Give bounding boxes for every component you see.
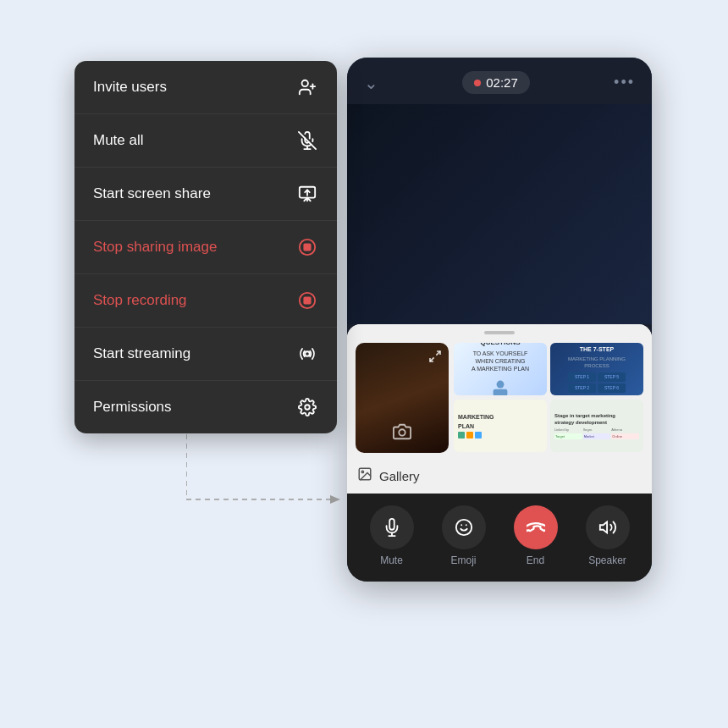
gallery-label-row: Gallery	[347, 460, 652, 494]
recording-dot	[474, 80, 481, 86]
gallery-cell-1[interactable]: QUESTIONS TO ASK YOURSELF WHEN CREATING …	[454, 343, 547, 395]
start-streaming-label: Start streaming	[93, 345, 190, 362]
gallery-cell-4[interactable]: Stage in target marketingstrategy develo…	[550, 400, 643, 452]
svg-point-0	[302, 80, 308, 86]
fullscreen-icon	[428, 350, 442, 367]
start-screen-share-label: Start screen share	[93, 185, 211, 202]
stop-sharing-image-label: Stop sharing image	[93, 239, 217, 256]
menu-item-invite-users[interactable]: Invite users	[74, 61, 337, 114]
mute-button[interactable]: Mute	[370, 505, 414, 566]
menu-item-permissions[interactable]: Permissions	[74, 381, 337, 433]
emoji-button[interactable]: Emoji	[442, 505, 486, 566]
drag-handle	[347, 324, 652, 338]
emoji-icon	[442, 505, 486, 549]
menu-item-start-screen-share[interactable]: Start screen share	[74, 168, 337, 221]
svg-rect-20	[494, 389, 508, 395]
menu-item-start-streaming[interactable]: Start streaming	[74, 328, 337, 381]
more-options-icon[interactable]: •••	[614, 74, 635, 91]
svg-marker-15	[330, 495, 340, 504]
svg-point-13	[305, 351, 310, 356]
mute-all-label: Mute all	[93, 132, 144, 149]
dropdown-menu: Invite users Mute all Start screen share	[74, 61, 337, 433]
camera-icon	[393, 422, 411, 446]
mic-icon	[370, 505, 414, 549]
end-call-button[interactable]: End	[514, 505, 558, 566]
controls-bar: Mute Emoji End	[347, 494, 652, 582]
stop-recording-label: Stop recording	[93, 292, 187, 309]
svg-point-25	[455, 520, 471, 535]
speaker-label: Speaker	[588, 554, 626, 566]
svg-rect-10	[304, 244, 310, 250]
menu-item-mute-all[interactable]: Mute all	[74, 114, 337, 168]
speaker-button[interactable]: Speaker	[586, 505, 630, 566]
svg-marker-28	[599, 522, 606, 533]
screen-share-icon	[296, 183, 318, 205]
speaker-icon	[586, 505, 630, 549]
stop-recording-icon	[296, 290, 318, 312]
timer-text: 02:27	[486, 75, 518, 90]
gallery-cell-3[interactable]: MARKETING PLAN	[454, 400, 547, 452]
drag-handle-bar	[484, 331, 515, 334]
svg-rect-12	[304, 297, 310, 303]
gallery-label: Gallery	[379, 469, 420, 483]
camera-preview-thumb[interactable]	[356, 343, 449, 453]
gallery-cell-2[interactable]: THE 7-STEP MARKETING PLANNING PROCESS ST…	[550, 343, 643, 395]
svg-point-18	[399, 429, 405, 435]
svg-point-22	[361, 471, 363, 472]
mute-label: Mute	[380, 554, 403, 566]
permissions-label: Permissions	[93, 399, 172, 416]
person-add-icon	[296, 76, 318, 98]
invite-users-label: Invite users	[93, 79, 167, 96]
phone-down-icon	[514, 505, 558, 549]
svg-point-19	[497, 380, 505, 388]
stop-sharing-icon	[296, 236, 318, 258]
timer-badge: 02:27	[462, 71, 530, 94]
gallery-icon	[357, 466, 372, 485]
end-label: End	[527, 554, 544, 566]
chevron-down-icon[interactable]: ⌄	[364, 73, 378, 93]
mic-slash-icon	[296, 130, 318, 152]
emoji-label: Emoji	[450, 554, 476, 566]
menu-item-stop-sharing-image[interactable]: Stop sharing image	[74, 221, 337, 274]
gear-icon	[296, 396, 318, 418]
video-area	[347, 104, 652, 324]
menu-item-stop-recording[interactable]: Stop recording	[74, 274, 337, 328]
phone-header: ⌄ 02:27 •••	[347, 58, 652, 104]
phone-panel: ⌄ 02:27 •••	[347, 58, 652, 582]
gallery-section: QUESTIONS TO ASK YOURSELF WHEN CREATING …	[347, 324, 652, 494]
stream-icon	[296, 343, 318, 365]
gallery-grid: QUESTIONS TO ASK YOURSELF WHEN CREATING …	[454, 343, 643, 453]
gallery-images: QUESTIONS TO ASK YOURSELF WHEN CREATING …	[347, 338, 652, 460]
svg-point-14	[305, 405, 310, 410]
